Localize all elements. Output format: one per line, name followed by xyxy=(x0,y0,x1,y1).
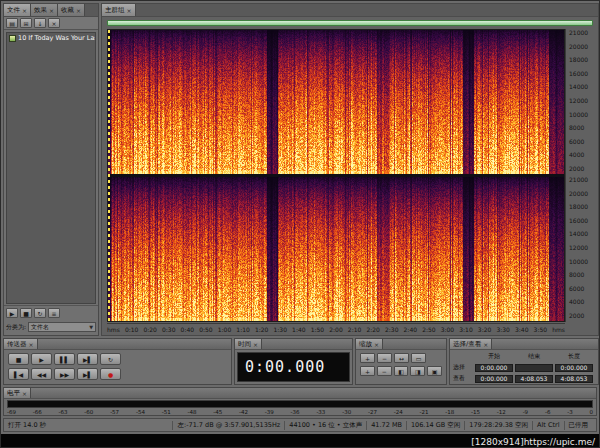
meter-scale-label: -48 xyxy=(187,409,196,417)
frequency-tick-label: 14000 xyxy=(569,84,598,90)
time-field[interactable]: 0:00.000 xyxy=(555,364,593,372)
level-meter-scale: -69-66-63-60-57-54-51-48-45-42-39-36-33-… xyxy=(7,409,593,417)
chevron-down-icon: ▼ xyxy=(89,324,93,330)
timeline-tick-label: 3:10 xyxy=(459,326,472,333)
selection-view-table: 开始结束长度选择0:00.0000:00.000查看0:00.0004:08.0… xyxy=(450,350,598,387)
zoom-out-horizontal-button[interactable]: − xyxy=(377,353,392,363)
transport-panel: 传送器 × ■▶▌▌▶▌↻ ▌◀◀◀▶▶▶▌● xyxy=(3,338,232,385)
status-message: 打开 14.0 秒 xyxy=(8,421,172,430)
import-file-icon[interactable]: ▤ xyxy=(6,18,18,28)
tab-files[interactable]: 文件× xyxy=(4,4,31,16)
tab-main-group-label: 主群组 xyxy=(105,6,125,15)
zoom-panel: 缩放 × +−↔▭ +−◧◨▣ xyxy=(355,338,447,385)
tab-main-group[interactable]: 主群组 × xyxy=(102,4,136,16)
close-icon[interactable]: × xyxy=(49,7,54,14)
close-icon[interactable]: × xyxy=(483,341,488,348)
row-label: 查看 xyxy=(453,374,473,383)
preview-loop-icon[interactable]: ↻ xyxy=(34,308,46,318)
close-icon[interactable]: × xyxy=(22,390,27,397)
zoom-selection-left-button[interactable]: ◧ xyxy=(394,366,409,376)
main-panel-tabs: 主群组 × xyxy=(102,4,598,17)
play-from-cursor-button[interactable]: ▶▌ xyxy=(77,353,98,365)
status-item: 41.72 MB xyxy=(366,421,406,430)
timeline-tick-label: 2:10 xyxy=(348,326,361,333)
time-field[interactable]: 0:00.000 xyxy=(475,375,513,383)
fast-forward-button[interactable]: ▶▶ xyxy=(54,368,75,380)
close-icon[interactable]: × xyxy=(253,341,258,348)
zoom-panel-tab[interactable]: 缩放 × xyxy=(356,339,383,349)
close-icon[interactable]: × xyxy=(76,7,81,14)
go-to-start-button[interactable]: ▌◀ xyxy=(8,368,29,380)
zoom-reset-button[interactable]: ▣ xyxy=(427,366,442,376)
meter-scale-label: -6 xyxy=(545,409,550,417)
meter-scale-label: -69 xyxy=(7,409,16,417)
meter-scale-label: -21 xyxy=(420,409,429,417)
tab-favorites[interactable]: 收藏× xyxy=(58,4,85,16)
meter-scale-label: -12 xyxy=(497,409,506,417)
timeline-tick-label: 3:30 xyxy=(496,326,509,333)
preview-play-icon[interactable]: ▶ xyxy=(6,308,18,318)
frequency-labels-left-channel: 2100020000180001600014000120001000080006… xyxy=(569,30,598,172)
column-header-1: 结束 xyxy=(515,352,553,361)
selection-table-row: 查看0:00.0004:08.0534:08.053 xyxy=(453,374,595,383)
preview-stop-icon[interactable]: ■ xyxy=(20,308,32,318)
time-field[interactable]: 4:08.053 xyxy=(515,375,553,383)
delete-icon[interactable]: × xyxy=(48,18,60,28)
column-header-0: 开始 xyxy=(475,352,513,361)
tab-effects[interactable]: 效果× xyxy=(31,4,58,16)
current-time-readout: 0:00.000 xyxy=(245,358,325,376)
options-icon[interactable]: ≡ xyxy=(48,308,60,318)
frequency-tick-label: 14000 xyxy=(569,231,598,237)
zoom-out-vertical-button[interactable]: − xyxy=(377,366,392,376)
status-item: 44100 • 16 位 • 立体声 xyxy=(284,421,366,430)
record-button[interactable]: ● xyxy=(100,368,121,380)
pause-button[interactable]: ▌▌ xyxy=(54,353,75,365)
spectrogram-display[interactable] xyxy=(107,29,565,322)
horizontal-zoom-navigator[interactable] xyxy=(107,20,593,26)
open-file-icon[interactable]: ⊞ xyxy=(20,18,32,28)
meter-scale-label: 0 xyxy=(589,409,593,417)
play-looped-button[interactable]: ↻ xyxy=(100,353,121,365)
frequency-ruler[interactable]: 2100020000180001600014000120001000080006… xyxy=(565,29,598,322)
insert-multitrack-icon[interactable]: ↓ xyxy=(34,18,46,28)
sort-dropdown[interactable]: 文件名 ▼ xyxy=(28,322,96,332)
frequency-tick-label: 12000 xyxy=(569,245,598,251)
time-field[interactable]: 0:00.000 xyxy=(475,364,513,372)
timeline-tick-label: 1:10 xyxy=(236,326,249,333)
time-panel-tab[interactable]: 时间 × xyxy=(235,339,262,349)
levels-panel-tab[interactable]: 电平 × xyxy=(4,388,31,398)
timeline-tick-label: 1:40 xyxy=(292,326,305,333)
frequency-tick-label: 6000 xyxy=(569,139,598,145)
sort-label: 分类为: xyxy=(6,323,26,332)
close-icon[interactable]: × xyxy=(22,7,27,14)
column-header-2: 长度 xyxy=(555,352,593,361)
level-meter[interactable] xyxy=(7,400,593,408)
zoom-in-vertical-button[interactable]: + xyxy=(360,366,375,376)
play-button[interactable]: ▶ xyxy=(31,353,52,365)
close-icon[interactable]: × xyxy=(29,341,34,348)
go-to-end-button[interactable]: ▶▌ xyxy=(77,368,98,380)
timeline-ruler[interactable]: hms0:100:200:300:400:501:001:101:201:301… xyxy=(107,323,565,336)
zoom-selection-right-button[interactable]: ◨ xyxy=(410,366,425,376)
timeline-tick-label: 1:00 xyxy=(218,326,231,333)
time-field[interactable]: 4:08.053 xyxy=(555,375,593,383)
zoom-in-horizontal-button[interactable]: + xyxy=(360,353,375,363)
close-icon[interactable]: × xyxy=(127,7,132,14)
close-icon[interactable]: × xyxy=(374,341,379,348)
rewind-button[interactable]: ◀◀ xyxy=(31,368,52,380)
file-list-item[interactable]: 10 If Today Was Your Last ... xyxy=(7,33,95,43)
meter-scale-label: -54 xyxy=(136,409,145,417)
zoom-to-selection-button[interactable]: ▭ xyxy=(411,353,426,363)
transport-panel-tab[interactable]: 传送器 × xyxy=(4,339,38,349)
frequency-tick-label: 16000 xyxy=(569,71,598,77)
selection-view-panel-tab[interactable]: 选择/查看 × xyxy=(450,339,492,349)
tab-favorites-label: 收藏 xyxy=(61,6,74,15)
tab-effects-label: 效果 xyxy=(34,6,47,15)
timeline-tick-label: 3:00 xyxy=(441,326,454,333)
zoom-full-button[interactable]: ↔ xyxy=(394,353,409,363)
frequency-tick-label: 20000 xyxy=(569,44,598,50)
time-field[interactable] xyxy=(515,364,553,372)
stop-button[interactable]: ■ xyxy=(8,353,29,365)
frequency-tick-label: 2000 xyxy=(569,166,598,172)
file-list[interactable]: 10 If Today Was Your Last ... xyxy=(6,32,96,304)
